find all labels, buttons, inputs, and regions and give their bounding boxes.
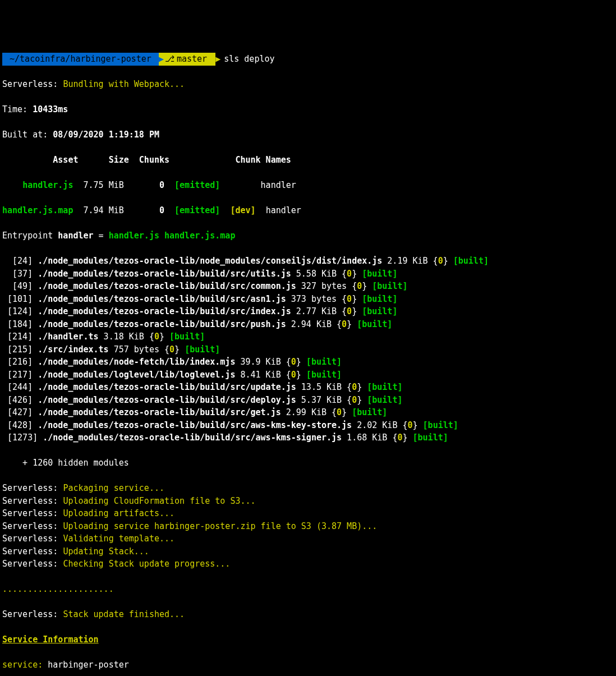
hidden-modules: + 1260 hidden modules	[2, 457, 614, 470]
module-line: [428] ./node_modules/tezos-oracle-lib/bu…	[2, 419, 614, 432]
module-line: [216] ./node_modules/node-fetch/lib/inde…	[2, 356, 614, 369]
module-line: [427] ./node_modules/tezos-oracle-lib/bu…	[2, 406, 614, 419]
command-input[interactable]: sls deploy	[224, 53, 274, 66]
serverless-log-line: Serverless: Validating template...	[2, 532, 614, 545]
output-line: Built at: 08/09/2020 1:19:18 PM	[2, 128, 614, 141]
module-line: [184] ./node_modules/tezos-oracle-lib/bu…	[2, 318, 614, 331]
service-row: service: harbinger-poster	[2, 659, 614, 672]
progress-dots: ......................	[2, 583, 614, 596]
module-line: [1273] ./node_modules/tezos-oracle-lib/b…	[2, 431, 614, 444]
service-info-heading: Service Information	[2, 633, 614, 646]
output-line: Serverless: Bundling with Webpack...	[2, 78, 614, 91]
table-header: Asset Size Chunks Chunk Names	[2, 154, 614, 167]
prompt-path: ~/tacoinfra/harbinger-poster	[2, 53, 159, 66]
branch-name: master	[177, 54, 212, 64]
prompt-arrow-icon: ▶	[159, 53, 164, 66]
module-line: [49] ./node_modules/tezos-oracle-lib/bui…	[2, 280, 614, 293]
entrypoint-line: Entrypoint handler = handler.js handler.…	[2, 229, 614, 242]
module-line: [215] ./src/index.ts 757 bytes {0} [buil…	[2, 343, 614, 356]
serverless-log-line: Serverless: Updating Stack...	[2, 545, 614, 558]
output-line: Serverless: Stack update finished...	[2, 608, 614, 621]
serverless-log-line: Serverless: Checking Stack update progre…	[2, 558, 614, 571]
module-line: [24] ./node_modules/tezos-oracle-lib/nod…	[2, 255, 614, 268]
serverless-log-line: Serverless: Uploading service harbinger-…	[2, 520, 614, 533]
module-line: [214] ./handler.ts 3.18 KiB {0} [built]	[2, 330, 614, 343]
module-line: [124] ./node_modules/tezos-oracle-lib/bu…	[2, 305, 614, 318]
prompt-arrow-icon: ▶	[215, 53, 220, 66]
module-line: [217] ./node_modules/loglevel/lib/loglev…	[2, 369, 614, 381]
serverless-log: Serverless: Packaging service...Serverle…	[2, 482, 614, 571]
module-line: [101] ./node_modules/tezos-oracle-lib/bu…	[2, 293, 614, 306]
module-line: [426] ./node_modules/tezos-oracle-lib/bu…	[2, 394, 614, 407]
module-list: [24] ./node_modules/tezos-oracle-lib/nod…	[2, 255, 614, 444]
table-row: handler.js 7.75 MiB 0 [emitted] handler	[2, 179, 614, 192]
prompt-branch: ⎇master	[164, 53, 215, 66]
git-branch-icon: ⎇	[165, 53, 174, 66]
serverless-log-line: Serverless: Uploading artifacts...	[2, 507, 614, 520]
module-line: [244] ./node_modules/tezos-oracle-lib/bu…	[2, 381, 614, 394]
serverless-log-line: Serverless: Uploading CloudFormation fil…	[2, 495, 614, 508]
table-row: handler.js.map 7.94 MiB 0 [emitted] [dev…	[2, 204, 614, 217]
serverless-log-line: Serverless: Packaging service...	[2, 482, 614, 495]
output-line: Time: 10433ms	[2, 103, 614, 116]
module-line: [37] ./node_modules/tezos-oracle-lib/bui…	[2, 268, 614, 280]
shell-prompt[interactable]: ~/tacoinfra/harbinger-poster ▶⎇master ▶s…	[2, 53, 614, 66]
